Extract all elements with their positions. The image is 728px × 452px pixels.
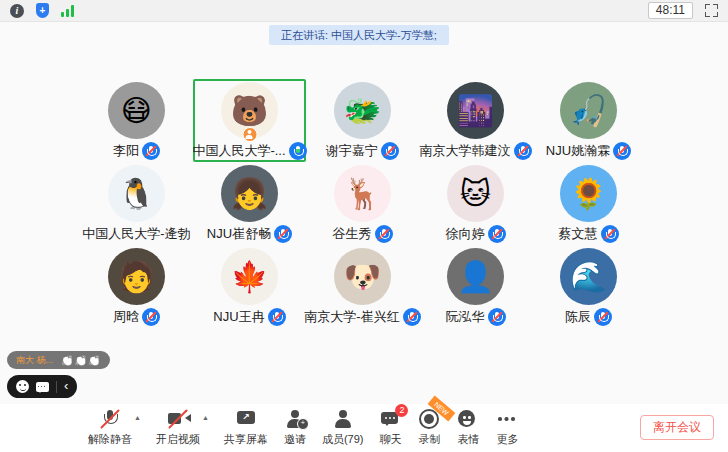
invite-icon [283,409,307,429]
toolbar-item-label: 录制 [418,432,440,447]
mic-status-icon [403,308,421,326]
participant-tile[interactable]: 🌆 南京大学韩建汶 [419,79,532,162]
participant-name: NJU姚瀚霖 [546,142,610,160]
mic-muted-icon [98,409,122,429]
toolbar-item-label: 表情 [457,432,479,447]
mic-status-icon [274,225,292,243]
participant-name: 谷生秀 [333,225,372,243]
fullscreen-icon[interactable] [705,4,718,17]
participant-name: 中国人民大学-逄勃 [82,225,190,243]
mic-status-icon [381,142,399,160]
reaction-caption: 南大 杨... 👏👏👏 [7,351,110,369]
toolbar-item-video[interactable]: 开启视频 [156,409,200,447]
clap-emojis: 👏👏👏 [61,355,101,366]
divider [56,381,57,393]
leave-meeting-button[interactable]: 离开会议 [640,415,714,440]
toolbar: 解除静音 ▲ 开启视频 ▲ 共享屏幕 [0,404,728,452]
mic-status-icon [289,142,307,160]
participant-tile[interactable]: 🐲 谢宇嘉宁 [306,79,419,162]
participant-tile[interactable]: 🐻 中国人民大学-... [193,79,306,162]
meeting-timer: 48:11 [648,2,693,19]
avatar: 🌊 [560,248,617,305]
meeting-window: 48:11 正在讲话: 中国人民大学-万学慧; 😷 李阳 🐻 中国人民大学-..… [0,0,728,452]
avatar: 😷 [108,82,165,139]
members-icon [331,409,355,429]
participant-name: 蔡文慧 [559,225,598,243]
participant-tile[interactable]: 👧 NJU崔舒畅 [193,162,306,245]
participant-tile[interactable]: 🌻 蔡文慧 [532,162,645,245]
participant-tile[interactable]: 🐱 徐向婷 [419,162,532,245]
participant-name: 南京大学-崔兴红 [304,308,399,326]
participant-tile[interactable]: 👤 阮泓华 [419,245,532,328]
network-signal-icon[interactable] [61,5,74,17]
smiley-reaction-icon[interactable] [16,380,29,393]
avatar: 🌻 [560,165,617,222]
screen-share-icon [234,409,258,429]
avatar: 👧 [221,165,278,222]
toolbar-item-label: 成员(79) [322,432,364,447]
toolbar-item-chat[interactable]: 2 聊天 [378,409,402,447]
avatar: 🎣 [560,82,617,139]
toolbar-item-members[interactable]: 成员(79) [322,409,364,447]
avatar: 🌆 [447,82,504,139]
toolbar-item-label: 解除静音 [88,432,132,447]
toolbar-item-emoji[interactable]: 表情 [456,409,480,447]
mic-status-icon [268,308,286,326]
shield-plus-icon[interactable] [36,3,49,18]
toolbar-item-record[interactable]: NEW 录制 [417,409,441,447]
participant-tile[interactable]: 😷 李阳 [80,79,193,162]
toolbar-item-share[interactable]: 共享屏幕 [224,409,268,447]
toolbar-item-label: 共享屏幕 [224,432,268,447]
caret-up-icon[interactable]: ▲ [202,414,209,421]
mic-status-icon [375,225,393,243]
avatar: 🐶 [334,248,391,305]
mic-status-icon [142,308,160,326]
participant-name: 陈辰 [565,308,591,326]
toolbar-item-label: 更多 [496,432,518,447]
collapse-chevron-icon[interactable]: ‹ [64,379,68,392]
participant-name: NJU崔舒畅 [207,225,271,243]
speaking-banner: 正在讲话: 中国人民大学-万学慧; [269,25,449,45]
toolbar-item-unmute[interactable]: 解除静音 [88,409,132,447]
mic-status-icon [594,308,612,326]
avatar: 🐲 [334,82,391,139]
participant-name: 南京大学韩建汶 [420,142,511,160]
avatar: 🍁 [221,248,278,305]
participant-tile[interactable]: 🌊 陈辰 [532,245,645,328]
emoji-icon [456,409,480,429]
info-icon[interactable] [10,4,24,18]
toolbar-items: 解除静音 ▲ 开启视频 ▲ 共享屏幕 [88,409,519,447]
participant-tile[interactable]: 🎣 NJU姚瀚霖 [532,79,645,162]
participant-name: 徐向婷 [446,225,485,243]
toolbar-item-invite[interactable]: 邀请 [283,409,307,447]
mic-status-icon [488,308,506,326]
quick-reaction-bar: ‹ [7,375,77,398]
participant-name: 谢宇嘉宁 [326,142,378,160]
participant-tile[interactable]: 🐧 中国人民大学-逄勃 [80,162,193,245]
topbar: 48:11 [0,0,728,22]
caret-up-icon[interactable]: ▲ [134,414,141,421]
chat-bubble-icon[interactable] [36,382,49,392]
toolbar-item-more[interactable]: 更多 [495,409,519,447]
participant-name: 中国人民大学-... [192,142,285,160]
participant-grid: 😷 李阳 🐻 中国人民大学-... 🐲 谢宇嘉宁 🌆 [80,79,648,328]
toolbar-item-label: 开启视频 [156,432,200,447]
participant-tile[interactable]: 🦌 谷生秀 [306,162,419,245]
participant-tile[interactable]: 🧑 周晗 [80,245,193,328]
reaction-sender-name: 南大 杨... [16,354,53,367]
avatar: 🧑 [108,248,165,305]
camera-off-icon [166,409,190,429]
mic-status-icon [514,142,532,160]
participant-name: NJU王冉 [213,308,264,326]
participant-tile[interactable]: 🐶 南京大学-崔兴红 [306,245,419,328]
participant-name: 周晗 [113,308,139,326]
mic-status-icon [601,225,619,243]
speaking-banner-text: 正在讲话: 中国人民大学-万学慧; [281,29,437,41]
mic-status-icon [488,225,506,243]
avatar: 👤 [447,248,504,305]
unread-badge: 2 [395,404,408,417]
toolbar-item-label: 聊天 [379,432,401,447]
participant-tile[interactable]: 🍁 NJU王冉 [193,245,306,328]
participant-name: 阮泓华 [446,308,485,326]
mic-status-icon [613,142,631,160]
